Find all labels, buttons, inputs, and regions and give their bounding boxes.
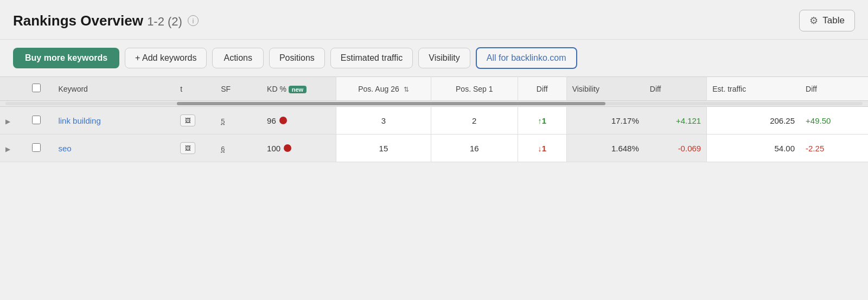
th-t: t <box>175 77 215 101</box>
row2-expand[interactable]: ▶ <box>0 135 20 162</box>
row1-diff: ↑1 <box>518 107 566 135</box>
th-diff: Diff <box>518 77 566 101</box>
sf-value: 5 <box>221 117 225 125</box>
row1-expand[interactable]: ▶ <box>0 107 20 135</box>
gear-icon: ⚙ <box>809 15 818 27</box>
kd-value: 100 <box>267 144 280 153</box>
row1-t: 🖼 <box>175 107 215 135</box>
row2-checkbox[interactable] <box>32 143 41 152</box>
th-sf: SF <box>215 77 261 101</box>
kd-red-dot <box>279 117 287 124</box>
kd-red-dot <box>284 144 291 152</box>
all-for-button[interactable]: All for backlinko.com <box>476 47 577 69</box>
th-keyword: Keyword <box>53 77 175 101</box>
row1-kd: 96 <box>261 107 336 135</box>
positions-button[interactable]: Positions <box>269 48 325 68</box>
row2-diff: ↓1 <box>518 135 566 162</box>
buy-keywords-button[interactable]: Buy more keywords <box>13 48 119 68</box>
row2-kd: 100 <box>261 135 336 162</box>
pos-aug26-value: 3 <box>381 116 386 125</box>
th-expand <box>0 77 20 101</box>
kd-value: 96 <box>267 116 276 125</box>
header-left: Rankings Overview 1-2 (2) i <box>13 12 199 29</box>
row1-sf: 5 <box>215 107 261 135</box>
vis-diff-value: +4.121 <box>676 116 701 125</box>
row1-visibility: 17.17% <box>566 107 644 135</box>
kd-new-badge: new <box>289 86 307 93</box>
pos-sep1-value: 2 <box>472 116 476 125</box>
row1-est-diff: +49.50 <box>800 107 868 135</box>
keyword-link[interactable]: link building <box>58 116 100 125</box>
pos-aug26-value: 15 <box>379 144 388 153</box>
row1-est-traffic: 206.25 <box>707 107 800 135</box>
diff-value: ↑1 <box>538 116 546 125</box>
pos-sep1-value: 16 <box>470 144 479 153</box>
row1-pos-aug26: 3 <box>336 107 431 135</box>
est-diff-value: -2.25 <box>806 144 824 153</box>
sf-image-icon: 🖼 <box>180 114 195 126</box>
row1-vis-diff: +4.121 <box>644 107 707 135</box>
th-vis-diff: Diff <box>644 77 707 101</box>
est-traffic-value: 54.00 <box>774 144 795 153</box>
table-container: Keyword t SF KD % new Pos. Aug 26 ⇅ Pos.… <box>0 76 868 162</box>
keyword-link[interactable]: seo <box>58 144 71 153</box>
actions-button[interactable]: Actions <box>212 48 263 68</box>
est-diff-value: +49.50 <box>806 116 831 125</box>
add-keywords-button[interactable]: + Add keywords <box>125 48 207 68</box>
th-est-traffic: Est. traffic <box>707 77 800 101</box>
table-row: ▶ seo 🖼 6 100 <box>0 135 868 162</box>
scrollbar-row <box>0 101 868 107</box>
th-pos-sep1: Pos. Sep 1 <box>431 77 518 101</box>
title-text: Rankings Overview <box>13 12 143 29</box>
kd-label: KD % <box>267 85 286 93</box>
visibility-value: 1.648% <box>611 144 639 153</box>
visibility-value: 17.17% <box>611 116 639 125</box>
info-icon[interactable]: i <box>188 15 199 26</box>
page-title: Rankings Overview 1-2 (2) <box>13 12 182 29</box>
th-check <box>20 77 53 101</box>
diff-value: ↓1 <box>538 144 546 153</box>
scrollbar-thumb <box>177 102 605 105</box>
header: Rankings Overview 1-2 (2) i ⚙ Table <box>0 0 868 40</box>
sort-icon[interactable]: ⇅ <box>404 86 409 93</box>
table-settings-button[interactable]: ⚙ Table <box>799 10 855 31</box>
row2-check[interactable] <box>20 135 53 162</box>
th-est-diff: Diff <box>800 77 868 101</box>
sf-image-icon: 🖼 <box>180 142 195 154</box>
table-button-label: Table <box>822 15 845 26</box>
toolbar: Buy more keywords + Add keywords Actions… <box>0 40 868 76</box>
row2-sf: 6 <box>215 135 261 162</box>
row2-pos-sep1: 16 <box>431 135 518 162</box>
th-visibility: Visibility <box>566 77 644 101</box>
rankings-table: Keyword t SF KD % new Pos. Aug 26 ⇅ Pos.… <box>0 76 868 162</box>
th-kd: KD % new <box>261 77 336 101</box>
row2-visibility: 1.648% <box>566 135 644 162</box>
sf-value: 6 <box>221 145 225 153</box>
row2-keyword: seo <box>53 135 175 162</box>
pos-aug26-label: Pos. Aug 26 <box>358 85 399 93</box>
est-traffic-value: 206.25 <box>770 116 795 125</box>
th-pos-aug26: Pos. Aug 26 ⇅ <box>336 77 431 101</box>
table-row: ▶ link building 🖼 5 <box>0 107 868 135</box>
kd-badge: 96 <box>267 116 287 125</box>
row1-check[interactable] <box>20 107 53 135</box>
row2-pos-aug26: 15 <box>336 135 431 162</box>
expand-icon[interactable]: ▶ <box>5 145 10 153</box>
estimated-traffic-button[interactable]: Estimated traffic <box>330 48 413 68</box>
page-wrapper: Rankings Overview 1-2 (2) i ⚙ Table Buy … <box>0 0 868 300</box>
expand-icon[interactable]: ▶ <box>5 118 10 125</box>
row2-vis-diff: -0.069 <box>644 135 707 162</box>
kd-badge: 100 <box>267 144 291 153</box>
vis-diff-value: -0.069 <box>678 144 701 153</box>
row2-est-traffic: 54.00 <box>707 135 800 162</box>
row2-t: 🖼 <box>175 135 215 162</box>
select-all-checkbox[interactable] <box>32 84 41 92</box>
table-header-row: Keyword t SF KD % new Pos. Aug 26 ⇅ Pos.… <box>0 77 868 101</box>
row1-checkbox[interactable] <box>32 116 41 124</box>
row1-pos-sep1: 2 <box>431 107 518 135</box>
title-count: 1-2 (2) <box>147 15 182 28</box>
horizontal-scrollbar[interactable] <box>5 102 863 105</box>
visibility-button[interactable]: Visibility <box>418 48 470 68</box>
row1-keyword: link building <box>53 107 175 135</box>
row2-est-diff: -2.25 <box>800 135 868 162</box>
